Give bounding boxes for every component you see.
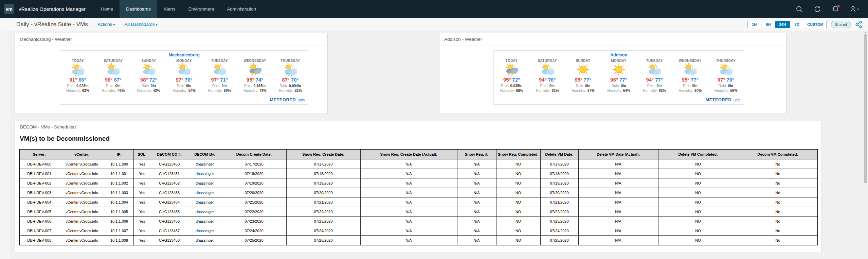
all-dashboards-menu[interactable]: All Dashboards▾	[125, 22, 157, 27]
forecast-day-today: TODAY95°72°Rain: 0.035inHumidity: 58%	[494, 59, 529, 92]
col-header-decom-co: DECOM CO #:	[151, 149, 188, 159]
table-cell: No	[738, 178, 818, 188]
refresh-icon[interactable]	[814, 5, 821, 13]
forecast-city: Addison	[494, 53, 744, 57]
table-cell: 07/17/2020	[286, 159, 360, 169]
info-link[interactable]: +info	[733, 98, 740, 102]
col-header-vcenter: vCenter:	[59, 149, 105, 159]
time-range-6h[interactable]: 6H	[761, 21, 776, 28]
table-row-dbh-dev-006: DBH-DEV-006vCenter.vCrocs.info10.1.1.006…	[20, 217, 818, 226]
table-cell: N/A	[457, 226, 496, 236]
nav-item-home[interactable]: Home	[94, 0, 120, 18]
forecast-provider: METEORED+info	[705, 97, 740, 103]
forecast-day-monday: MONDAY96°77°Rain: 0inHumidity: 54%	[601, 59, 636, 92]
meteored-logo-link[interactable]: METEORED	[705, 97, 731, 102]
nav-item-dashboards[interactable]: Dashboards	[120, 0, 157, 18]
dashboard-toolbar: Daily - vRealize Suite - VMs Actions▾ Al…	[0, 18, 868, 31]
col-header-snow-req-create-date-actual: Snow Req. Create Date (Actual):	[360, 149, 457, 159]
search-icon[interactable]	[796, 5, 803, 13]
high-temp: 96°	[610, 77, 618, 83]
table-cell: N/A	[360, 226, 457, 236]
vmware-logo: vm	[4, 4, 14, 14]
share-icon[interactable]	[855, 21, 863, 28]
table-cell: N/A	[360, 207, 457, 217]
table-cell: DBH-DEV-003	[20, 188, 59, 197]
table-cell: 10.1.1.006	[105, 217, 133, 226]
table-cell: CHG123456	[151, 217, 188, 226]
vertical-scrollbar[interactable]: ▲	[863, 30, 868, 259]
rain-metric: Rain: 0in	[637, 84, 672, 88]
table-cell: CHG123452	[151, 178, 188, 188]
temperatures: 98°72°	[131, 77, 166, 83]
high-temp: 91°	[69, 77, 77, 83]
left-rail: »	[0, 18, 10, 259]
table-cell: NO	[658, 236, 738, 245]
table-cell: NO	[658, 197, 738, 207]
high-temp: 95°	[682, 77, 690, 83]
temperatures: 96°67°	[95, 77, 131, 83]
table-cell: N/A	[457, 188, 496, 197]
scrollbar-thumb[interactable]	[864, 34, 867, 183]
time-range-7d[interactable]: 7D	[790, 21, 804, 28]
sun-cloud-rain-icon	[273, 63, 308, 77]
nav-item-environment[interactable]: Environment	[182, 0, 221, 18]
user-icon[interactable]	[850, 5, 860, 13]
temperatures: 97°71°	[202, 77, 237, 83]
table-cell: NO	[496, 226, 540, 236]
scroll-up-arrow-icon[interactable]: ▲	[863, 30, 868, 35]
table-cell: 10.1.1.001	[105, 169, 133, 178]
rain-metric: Rain: 0.028in	[60, 84, 95, 88]
time-range-1h[interactable]: 1H	[747, 21, 761, 28]
nav-item-administration[interactable]: Administration	[220, 0, 263, 18]
col-header-snow-req: Snow Req. #:	[457, 149, 496, 159]
humidity-metric: Humidity: 50%	[202, 88, 237, 92]
table-cell: DBH-DEV-002	[20, 178, 59, 188]
app-title: vRealize Operations Manager	[19, 6, 86, 12]
rain-metric: Rain: 0.165in	[237, 84, 272, 88]
table-cell: NO	[496, 188, 540, 197]
sun-cloud-storm-icon	[237, 63, 272, 77]
nav-item-alerts[interactable]: Alerts	[157, 0, 182, 18]
table-row-dbh-dev-007: DBH-DEV-007vCenter.vCrocs.info10.1.1.007…	[20, 226, 818, 236]
humidity-metric: Humidity: 43%	[131, 88, 166, 92]
temperatures: 94°77°	[637, 77, 672, 83]
temperatures: 96°77°	[601, 77, 636, 83]
col-header-snow-req-create-date: Snow Req. Create Date:	[286, 149, 360, 159]
time-range-24h[interactable]: 24H	[776, 21, 790, 28]
table-cell: 10.1.1.002	[105, 178, 133, 188]
table-cell: 07/19/2020	[286, 178, 360, 188]
widget-title: Mechanicsburg - Weather	[15, 33, 327, 46]
sun-icon	[565, 63, 601, 77]
forecast-provider: METEORED+info	[270, 97, 305, 103]
actions-menu[interactable]: Actions▾	[98, 22, 115, 27]
meteored-logo-link[interactable]: METEORED	[270, 97, 296, 102]
time-range-group: 1H6H24H7DCUSTOM	[747, 21, 827, 28]
table-cell: 10.1.1.004	[105, 197, 133, 207]
table-cell: 07/23/2020	[222, 217, 286, 226]
day-label: SATURDAY	[95, 59, 131, 63]
day-label: SUNDAY	[131, 59, 166, 63]
table-row-dbh-dev-008: DBH-DEV-008vCenter.vCrocs.info10.1.1.008…	[20, 236, 818, 245]
table-cell: NO	[496, 178, 540, 188]
table-cell: 07/24/2020	[286, 226, 360, 236]
day-label: SUNDAY	[565, 59, 601, 63]
time-range-custom[interactable]: CUSTOM	[804, 21, 827, 28]
table-row-dbh-dev-002: DBH-DEV-002vCenter.vCrocs.info10.1.1.002…	[20, 178, 818, 188]
day-label: TUESDAY	[202, 59, 237, 63]
table-cell: Yes	[133, 226, 151, 236]
info-link[interactable]: +info	[297, 98, 305, 102]
sun-cloud-icon	[708, 63, 744, 77]
table-cell: 07/25/2020	[222, 236, 286, 245]
toolbar-right: 1H6H24H7DCUSTOM Shared	[747, 21, 863, 28]
forecast-day-thursday: THURSDAY97°79°Rain: 0inHumidity: 55%	[708, 59, 744, 92]
low-temp: 72°	[512, 77, 520, 83]
table-cell: 07/19/2020	[222, 178, 286, 188]
table-cell: CHG123451	[151, 169, 188, 178]
forecast-day-thursday: THURSDAY87°70°Rain: 0.094inHumidity: 81%	[273, 59, 308, 92]
rain-metric: Rain: 0in	[131, 84, 166, 88]
shared-badge: Shared	[831, 21, 851, 28]
dashboard-content: Mechanicsburg - Weather Mechanicsburg TO…	[0, 31, 868, 259]
humidity-metric: Humidity: 62%	[60, 88, 95, 92]
rain-metric: Rain: 0in	[601, 84, 636, 88]
notifications-icon[interactable]	[832, 5, 839, 13]
